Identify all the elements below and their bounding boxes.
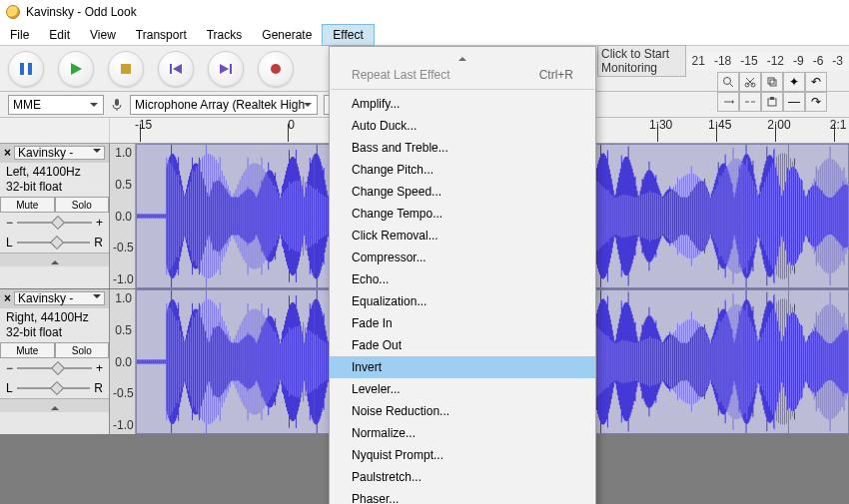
gain-slider[interactable]: −+ (0, 358, 109, 378)
skip-start-icon (169, 62, 183, 76)
menu-item-nyquist-prompt[interactable]: Nyquist Prompt... (330, 444, 595, 466)
track-header: × Kavinsky - Right, 44100Hz 32-bit float… (0, 289, 110, 434)
menu-item-click-removal[interactable]: Click Removal... (330, 225, 595, 247)
solo-button[interactable]: Solo (55, 197, 110, 213)
edit-tool-grid: ✦ — ↶ ↷ (717, 72, 827, 112)
stop-icon (120, 63, 132, 75)
svg-line-10 (730, 84, 733, 87)
svg-rect-21 (768, 99, 776, 106)
tool-zoom-icon[interactable] (717, 72, 739, 92)
svg-rect-0 (20, 63, 24, 75)
app-logo-icon (6, 5, 20, 19)
menu-item-fade-in[interactable]: Fade In (330, 312, 595, 334)
svg-point-9 (724, 78, 731, 85)
tool-trim-icon[interactable]: ✦ (783, 72, 805, 92)
svg-rect-22 (770, 97, 774, 100)
track-menu-dropdown[interactable]: Kavinsky - (14, 291, 105, 305)
svg-rect-19 (768, 78, 774, 84)
svg-line-15 (747, 78, 754, 85)
menu-scroll-up-icon[interactable] (330, 50, 595, 64)
menu-item-noise-reduction[interactable]: Noise Reduction... (330, 400, 595, 422)
menu-item-phaser[interactable]: Phaser... (330, 488, 595, 504)
menu-view[interactable]: View (80, 25, 126, 45)
mute-button[interactable]: Mute (0, 342, 55, 358)
menu-item-change-tempo[interactable]: Change Tempo... (330, 203, 595, 225)
menu-item-amplify[interactable]: Amplify... (330, 93, 595, 115)
play-icon (68, 61, 84, 77)
svg-rect-3 (121, 64, 131, 74)
svg-rect-1 (28, 63, 32, 75)
svg-line-16 (746, 78, 753, 85)
tool-copy-icon[interactable] (761, 72, 783, 92)
tool-silence-icon[interactable]: — (783, 92, 805, 112)
svg-marker-2 (71, 63, 82, 75)
menu-separator (331, 89, 594, 90)
microphone-icon (110, 98, 124, 112)
menu-item-change-pitch[interactable]: Change Pitch... (330, 159, 595, 181)
effect-menu: Repeat Last Effect Ctrl+R Amplify... Aut… (329, 46, 596, 504)
tool-redo-icon[interactable]: ↷ (805, 92, 827, 112)
pause-icon (19, 62, 33, 76)
track-collapse-icon[interactable] (0, 252, 109, 266)
menu-bar: File Edit View Transport Tracks Generate… (0, 24, 849, 46)
menu-item-compressor[interactable]: Compressor... (330, 247, 595, 268)
pan-slider[interactable]: LR (0, 233, 109, 252)
menu-tracks[interactable]: Tracks (197, 25, 253, 45)
svg-point-8 (271, 64, 281, 74)
play-button[interactable] (58, 51, 94, 87)
menu-item-invert[interactable]: Invert (330, 356, 595, 378)
tool-fit-icon[interactable] (739, 92, 761, 112)
menu-item-bass-treble[interactable]: Bass and Treble... (330, 137, 595, 159)
tool-paste-icon[interactable] (761, 92, 783, 112)
track-info: Right, 44100Hz 32-bit float (0, 308, 109, 342)
svg-rect-7 (230, 64, 232, 74)
svg-rect-4 (170, 64, 172, 74)
track-close-icon[interactable]: × (4, 291, 11, 305)
svg-rect-20 (770, 80, 776, 86)
track-collapse-icon[interactable] (0, 398, 109, 412)
svg-rect-23 (115, 99, 119, 106)
track-menu-dropdown[interactable]: Kavinsky - (14, 146, 105, 160)
menu-item-paulstretch[interactable]: Paulstretch... (330, 466, 595, 488)
menu-item-fade-out[interactable]: Fade Out (330, 334, 595, 356)
pause-button[interactable] (8, 51, 44, 87)
menu-transport[interactable]: Transport (126, 25, 197, 45)
amplitude-scale: 1.00.50.0-0.5-1.0 (110, 289, 136, 434)
tool-undo-icon[interactable]: ↶ (805, 72, 827, 92)
track-header: × Kavinsky - Left, 44100Hz 32-bit float … (0, 144, 110, 288)
audio-host-combo[interactable]: MME (8, 95, 104, 115)
menu-item-auto-duck[interactable]: Auto Duck... (330, 115, 595, 137)
track-info: Left, 44100Hz 32-bit float (0, 163, 109, 197)
track-close-icon[interactable]: × (4, 146, 11, 160)
menu-file[interactable]: File (0, 25, 39, 45)
input-monitor[interactable]: Click to Start Monitoring 21 -18 -15 -12… (597, 52, 849, 70)
menu-edit[interactable]: Edit (39, 25, 80, 45)
menu-item-change-speed[interactable]: Change Speed... (330, 181, 595, 203)
skip-end-button[interactable] (208, 51, 244, 87)
svg-marker-12 (732, 100, 734, 104)
svg-marker-5 (173, 64, 182, 74)
tool-selection-icon[interactable] (717, 92, 739, 112)
menu-item-echo[interactable]: Echo... (330, 268, 595, 290)
input-device-combo[interactable]: Microphone Array (Realtek High (130, 95, 318, 115)
menu-item-repeat-last[interactable]: Repeat Last Effect Ctrl+R (330, 64, 595, 86)
title-bar: Kavinsky - Odd Look (0, 0, 849, 24)
window-title: Kavinsky - Odd Look (26, 5, 137, 19)
menu-item-equalization[interactable]: Equalization... (330, 290, 595, 312)
menu-item-leveler[interactable]: Leveler... (330, 378, 595, 400)
menu-effect[interactable]: Effect (322, 24, 374, 46)
menu-generate[interactable]: Generate (252, 25, 322, 45)
mute-button[interactable]: Mute (0, 197, 55, 213)
monitor-db-scale: 21 -18 -15 -12 -9 -6 -3 (686, 54, 849, 68)
menu-item-normalize[interactable]: Normalize... (330, 422, 595, 444)
stop-button[interactable] (108, 51, 144, 87)
gain-slider[interactable]: −+ (0, 213, 109, 233)
record-icon (269, 62, 283, 76)
svg-marker-6 (220, 64, 229, 74)
monitor-label[interactable]: Click to Start Monitoring (597, 45, 686, 77)
record-button[interactable] (258, 51, 294, 87)
pan-slider[interactable]: LR (0, 378, 109, 398)
solo-button[interactable]: Solo (55, 342, 110, 358)
skip-start-button[interactable] (158, 51, 194, 87)
tool-cut-icon[interactable] (739, 72, 761, 92)
